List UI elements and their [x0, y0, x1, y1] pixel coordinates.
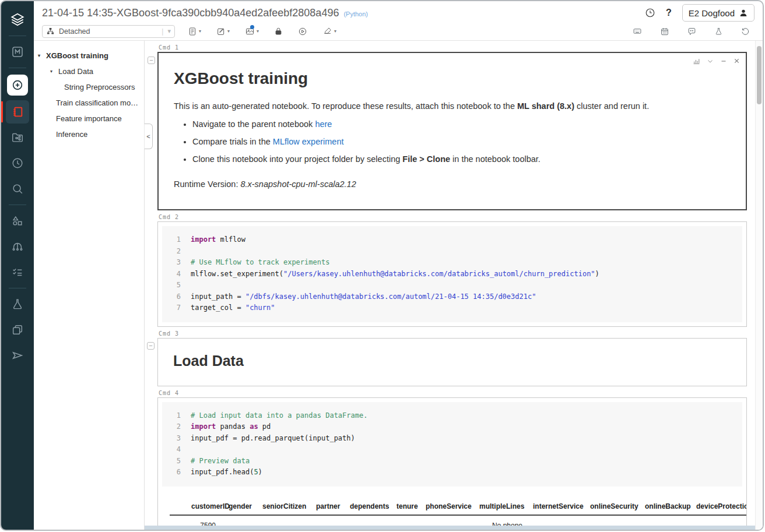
close-icon[interactable]: [734, 58, 740, 64]
line-number: 1: [162, 410, 181, 422]
account-label: E2 Dogfood: [689, 8, 735, 18]
markdown-text: Clone this notebook into your project fo…: [192, 154, 402, 164]
toc-item-train-classification[interactable]: Train classification mo…: [34, 95, 144, 111]
keyboard-shortcuts-icon[interactable]: [632, 27, 643, 36]
code-text: input_pdf.head(5): [191, 467, 262, 478]
code-line[interactable]: 2: [162, 246, 736, 258]
sidebar-item-notebook[interactable]: [6, 100, 29, 124]
table-of-contents: ▾ XGBoost training ▾ Load Data String Pr…: [34, 41, 145, 530]
code-line[interactable]: 3# Use MLflow to track experiments: [162, 257, 736, 269]
revision-history-icon[interactable]: [741, 27, 750, 36]
caret-down-icon: ▾: [50, 69, 56, 74]
sidebar-item-repos[interactable]: [6, 126, 29, 149]
collapse-section-icon[interactable]: −: [148, 57, 155, 64]
markdown-text: Navigate to the parent notebook: [192, 119, 315, 129]
chevron-down-icon: ▾: [167, 27, 171, 35]
code-line[interactable]: 6input_pdf.head(5): [162, 467, 736, 478]
code-line[interactable]: 1# Load input data into a pandas DataFra…: [162, 410, 736, 422]
sidebar-item-data[interactable]: [6, 209, 29, 232]
permissions-lock-button[interactable]: [274, 27, 283, 36]
cell-cmd3-markdown[interactable]: − Load Data: [157, 338, 747, 386]
chevron-down-icon: ▾: [257, 29, 259, 34]
code-line[interactable]: 2import pandas as pd: [162, 421, 736, 433]
cmd-label: Cmd 3: [159, 330, 747, 337]
line-number: 6: [162, 291, 181, 303]
sidebar-divider: [9, 205, 26, 205]
markdown-body: Load Data: [158, 339, 746, 386]
sidebar-divider: [9, 288, 26, 288]
notebook-toolbar: Detached | ▾ ▾ ▾ ▾: [34, 24, 763, 41]
view-menu-button[interactable]: ▾: [245, 27, 259, 36]
language-badge[interactable]: (Python): [343, 10, 368, 17]
code-line[interactable]: 5# Preview data: [162, 456, 736, 467]
line-number: 4: [162, 444, 181, 456]
cell-cmd4-code[interactable]: 1# Load input data into a pandas DataFra…: [157, 397, 747, 530]
active-indicator: [1, 101, 3, 122]
cell-cmd1-markdown[interactable]: − XGBoost training This is an auto-gener…: [157, 52, 747, 210]
sidebar-item-workspace[interactable]: [6, 40, 29, 64]
markdown-link[interactable]: here: [315, 119, 332, 129]
code-line[interactable]: 4: [162, 444, 736, 456]
markdown-text: Compare trials in the: [192, 137, 273, 146]
code-text: mlflow.set_experiment("/Users/kasey.uhle…: [191, 269, 599, 280]
edit-menu-button[interactable]: ▾: [216, 27, 230, 36]
minimize-icon[interactable]: [720, 58, 727, 65]
sidebar: [1, 1, 34, 530]
dashboard-chart-icon[interactable]: [693, 57, 700, 65]
sidebar-item-recents[interactable]: [6, 152, 29, 175]
toc-item-feature-importance[interactable]: Feature importance: [34, 111, 144, 126]
markdown-text: ML shard (8.x): [517, 101, 574, 111]
content-area: ▾ XGBoost training ▾ Load Data String Pr…: [34, 41, 763, 530]
toc-collapse-button[interactable]: <: [144, 124, 153, 149]
help-icon[interactable]: ?: [666, 8, 672, 18]
divider: |: [162, 27, 163, 36]
chevron-down-icon: ▾: [334, 29, 336, 34]
code-line[interactable]: 1import mlflow: [162, 234, 736, 246]
create-button[interactable]: [7, 75, 28, 96]
comments-icon[interactable]: [687, 27, 697, 36]
sidebar-item-compute[interactable]: [6, 235, 29, 258]
cell-cmd2-code[interactable]: 1import mlflow2 3# Use MLflow to track e…: [157, 221, 747, 327]
code-line[interactable]: 6input_path = "/dbfs/kasey.uhlenhuth@dat…: [162, 291, 736, 303]
schedule-calendar-icon[interactable]: [660, 27, 669, 36]
toc-item-xgboost-training[interactable]: ▾ XGBoost training: [34, 48, 144, 64]
toc-item-string-preprocessors[interactable]: String Preprocessors: [34, 79, 144, 95]
line-number: 7: [162, 302, 181, 314]
code-text: input_path = "/dbfs/kasey.uhlenhuth@data…: [191, 291, 536, 303]
code-editor: 1# Load input data into a pandas DataFra…: [162, 402, 742, 487]
horizontal-scrollbar[interactable]: [145, 526, 755, 530]
collapse-section-icon[interactable]: −: [147, 342, 155, 350]
code-line[interactable]: 4mlflow.set_experiment("/Users/kasey.uhl…: [162, 269, 736, 280]
run-all-button[interactable]: [298, 27, 307, 36]
line-number: 3: [162, 433, 181, 445]
code-line[interactable]: 5: [162, 280, 736, 291]
markdown-link[interactable]: MLflow experiment: [273, 137, 344, 146]
code-line[interactable]: 7target_col = "churn": [162, 302, 736, 314]
sidebar-item-experiments[interactable]: [6, 293, 29, 316]
scrollbar-thumb[interactable]: [757, 46, 762, 104]
cluster-selector[interactable]: Detached | ▾: [42, 25, 175, 38]
cluster-status-clock-icon[interactable]: [645, 8, 655, 18]
clear-state-button[interactable]: ▾: [322, 27, 336, 36]
notification-dot: [250, 25, 254, 29]
toc-item-load-data[interactable]: ▾ Load Data: [34, 64, 144, 79]
vertical-scrollbar[interactable]: [755, 41, 763, 530]
experiment-flask-icon[interactable]: [714, 27, 723, 36]
account-button[interactable]: E2 Dogfood: [682, 4, 755, 22]
markdown-list: Navigate to the parent notebook here Com…: [174, 118, 731, 165]
sidebar-item-feature-store[interactable]: [6, 318, 29, 341]
markdown-text: 8.x-snapshot-cpu-ml-scala2.12: [240, 179, 356, 189]
toc-item-inference[interactable]: Inference: [34, 126, 144, 142]
cluster-status: Detached: [59, 27, 157, 36]
column-header: seniorCitizen: [257, 500, 311, 515]
sidebar-item-search[interactable]: [6, 177, 29, 200]
file-menu-button[interactable]: ▾: [188, 27, 201, 36]
markdown-body: XGBoost training This is an auto-generat…: [159, 53, 746, 209]
chevron-down-icon[interactable]: [707, 58, 714, 65]
notebook-title[interactable]: 21-04-15 14:35-XGBoost-9fca390cbb940a4ed…: [42, 7, 339, 19]
code-line[interactable]: 3input_pdf = pd.read_parquet(input_path): [162, 433, 736, 445]
sidebar-item-models[interactable]: [6, 344, 29, 367]
column-header: partner: [311, 500, 345, 515]
databricks-logo-icon[interactable]: [6, 8, 29, 31]
sidebar-item-jobs[interactable]: [6, 260, 29, 284]
